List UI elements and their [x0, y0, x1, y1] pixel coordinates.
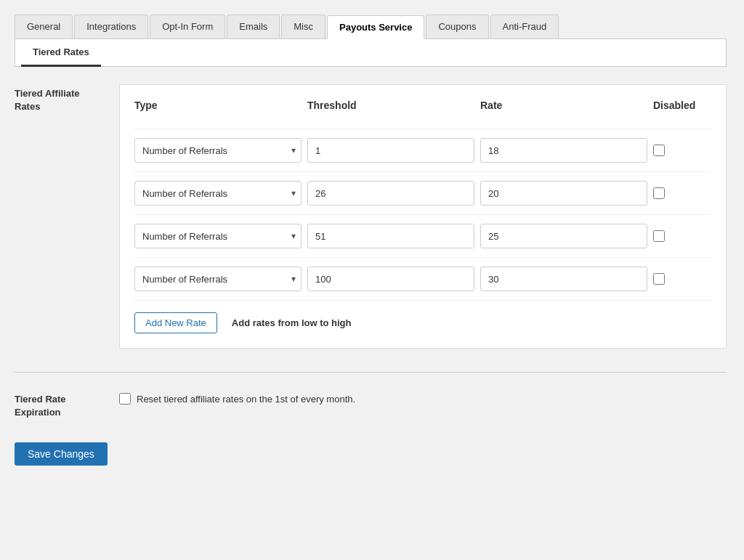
- col-header-rate: Rate: [480, 100, 647, 111]
- tab-general[interactable]: General: [15, 15, 73, 38]
- rate-divider-top: [134, 129, 711, 129]
- col-header-type: Type: [134, 100, 302, 111]
- section-label-tiered-affiliate-rates: Tiered Affiliate Rates: [15, 84, 102, 349]
- table-row: Number of ReferralsReferral Amount: [134, 224, 711, 248]
- tab-emails[interactable]: Emails: [227, 15, 280, 38]
- sub-tabs-row: Tiered Rates: [15, 39, 727, 67]
- rate-divider-2: [134, 257, 711, 258]
- table-row: Number of ReferralsReferral Amount: [134, 181, 711, 206]
- col-header-disabled: Disabled: [653, 100, 711, 111]
- type-select-1[interactable]: Number of ReferralsReferral Amount: [134, 181, 302, 206]
- rate-input-3[interactable]: [480, 267, 647, 291]
- sub-tab-tiered-rates[interactable]: Tiered Rates: [21, 39, 101, 67]
- expiration-content: Reset tiered affiliate rates on the 1st …: [119, 390, 727, 419]
- threshold-input-1[interactable]: [307, 181, 474, 206]
- tiered-rate-expiration-section: Tiered Rate Expiration Reset tiered affi…: [15, 390, 727, 419]
- col-header-threshold: Threshold: [307, 100, 474, 111]
- tab-anti-fraud[interactable]: Anti-Fraud: [490, 15, 559, 38]
- disabled-checkbox-1[interactable]: [653, 187, 665, 199]
- content-area: Tiered Affiliate Rates Type Threshold Ra…: [15, 67, 727, 483]
- add-new-rate-button[interactable]: Add New Rate: [134, 312, 217, 333]
- type-select-3[interactable]: Number of ReferralsReferral Amount: [134, 267, 302, 291]
- rate-input-2[interactable]: [480, 224, 647, 248]
- tab-misc[interactable]: Misc: [281, 15, 326, 38]
- rate-divider-1: [134, 214, 711, 215]
- rate-input-1[interactable]: [480, 181, 647, 206]
- type-select-wrapper-1: Number of ReferralsReferral Amount: [134, 181, 302, 206]
- type-select-wrapper-0: Number of ReferralsReferral Amount: [134, 138, 302, 163]
- type-select-0[interactable]: Number of ReferralsReferral Amount: [134, 138, 302, 163]
- section-content-rates: Type Threshold Rate Disabled Number of R…: [119, 84, 727, 349]
- section-label-expiration: Tiered Rate Expiration: [15, 390, 102, 419]
- rate-divider-0: [134, 171, 711, 172]
- disabled-checkbox-3[interactable]: [653, 273, 665, 285]
- tab-integrations[interactable]: Integrations: [74, 15, 148, 38]
- expiration-label: Reset tiered affiliate rates on the 1st …: [137, 394, 355, 405]
- type-select-2[interactable]: Number of ReferralsReferral Amount: [134, 224, 302, 248]
- tab-payouts-service[interactable]: Payouts Service: [327, 15, 424, 39]
- threshold-input-3[interactable]: [307, 267, 474, 291]
- rate-input-0[interactable]: [480, 138, 647, 163]
- disabled-checkbox-0[interactable]: [653, 145, 665, 156]
- rate-divider-bottom: [134, 300, 711, 301]
- disabled-checkbox-2[interactable]: [653, 230, 665, 242]
- type-select-wrapper-3: Number of ReferralsReferral Amount: [134, 267, 302, 291]
- rate-rows-container: Number of ReferralsReferral AmountNumber…: [134, 138, 711, 291]
- add-rate-row: Add New Rate Add rates from low to high: [134, 312, 711, 333]
- table-row: Number of ReferralsReferral Amount: [134, 138, 711, 163]
- tabs-row: General Integrations Opt-In Form Emails …: [15, 15, 727, 39]
- tab-coupons[interactable]: Coupons: [426, 15, 488, 38]
- save-changes-button[interactable]: Save Changes: [15, 442, 108, 466]
- threshold-input-0[interactable]: [307, 138, 474, 163]
- tiered-affiliate-rates-section: Tiered Affiliate Rates Type Threshold Ra…: [15, 84, 727, 349]
- expiration-row: Reset tiered affiliate rates on the 1st …: [119, 393, 727, 405]
- add-rate-hint: Add rates from low to high: [232, 317, 352, 328]
- rate-table-header: Type Threshold Rate Disabled: [134, 100, 711, 117]
- table-row: Number of ReferralsReferral Amount: [134, 267, 711, 291]
- tab-opt-in-form[interactable]: Opt-In Form: [150, 15, 225, 38]
- section-separator: [15, 372, 727, 373]
- page-container: General Integrations Opt-In Form Emails …: [15, 15, 727, 483]
- threshold-input-2[interactable]: [307, 224, 474, 248]
- type-select-wrapper-2: Number of ReferralsReferral Amount: [134, 224, 302, 248]
- expiration-checkbox[interactable]: [119, 393, 131, 405]
